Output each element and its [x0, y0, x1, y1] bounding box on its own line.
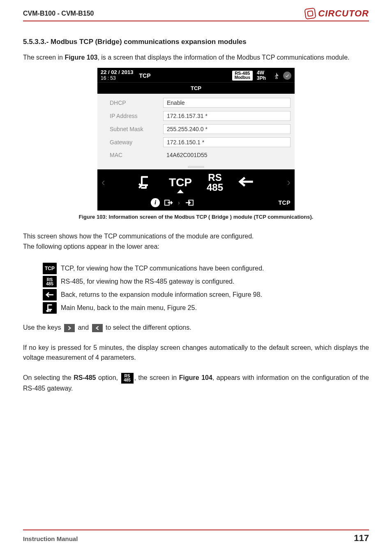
setting-row: IP Address 172.16.157.31 * — [101, 109, 291, 123]
timeout-paragraph: If no key is pressed for 5 minutes, the … — [23, 343, 369, 362]
paragraph: The following options appear in the lowe… — [23, 242, 369, 251]
setting-value[interactable]: 172.16.150.1 * — [163, 137, 291, 147]
t: On selecting the — [23, 374, 74, 381]
footer-chevron-icon: › — [177, 199, 181, 206]
t: Use the keys — [23, 324, 63, 331]
option-back: Back, returns to the expansion module in… — [43, 289, 369, 301]
option-text: Main Menu, back to the main menu, Figure… — [61, 304, 197, 312]
left-key-icon — [92, 324, 103, 332]
setting-value[interactable]: 172.16.157.31 * — [163, 111, 291, 121]
rs485-inline-icon: RS485 — [121, 373, 134, 384]
header-rule — [23, 21, 369, 21]
device-settings-panel: DHCP Enable IP Address 172.16.157.31 * S… — [97, 94, 295, 164]
option-tcp: TCP TCP, for viewing how the TCP communi… — [43, 263, 369, 274]
option-text: TCP, for viewing how the TCP communicati… — [61, 265, 264, 272]
t: , the screen in — [134, 374, 179, 381]
keys-paragraph: Use the keys and to select the different… — [23, 323, 369, 332]
rs485-chip-bottom: Modbus — [235, 76, 250, 80]
footer-tcp-label: TCP — [279, 199, 291, 206]
tcp-icon: TCP — [43, 263, 57, 274]
rs485-icon: RS 485 — [43, 276, 57, 287]
section-heading: 5.5.3.3.- Modbus TCP (Bridge) communicat… — [23, 38, 369, 46]
t: option, — [96, 374, 120, 381]
page-number: 117 — [354, 533, 369, 543]
device-nav-bar: ‹ TCP RS 485 — [97, 169, 295, 196]
device-status-bar: 22 / 02 / 2013 16 : 53 TCP RS-485 Modbus… — [97, 68, 295, 82]
t: . — [195, 304, 196, 311]
rs-bottom: 485 — [46, 282, 53, 286]
usb-icon — [273, 72, 280, 79]
option-text: Back, returns to the expansion module in… — [61, 291, 262, 298]
page-footer: Instruction Manual 117 — [23, 530, 369, 543]
main-menu-icon — [43, 302, 57, 314]
footer-rule — [23, 530, 369, 530]
fig-ref: Figure 104 — [179, 374, 212, 381]
status-date: 22 / 02 / 2013 — [101, 69, 134, 76]
paragraph: This screen shows how the TCP communicat… — [23, 231, 369, 241]
setting-label: DHCP — [101, 99, 163, 106]
device-footer-bar: i › TCP — [97, 196, 295, 210]
setting-row: MAC 14A62C001D55 — [101, 149, 291, 161]
nav-main-menu-button[interactable] — [138, 175, 154, 190]
nav-prev-icon[interactable]: ‹ — [100, 176, 107, 189]
status-time: 16 : 53 — [101, 76, 134, 81]
model-title: CVM-B100 - CVM-B150 — [23, 10, 94, 17]
info-icon[interactable]: i — [151, 198, 160, 207]
setting-row: DHCP Enable — [101, 96, 291, 109]
t: 485 — [124, 378, 131, 382]
device-screenshot: 22 / 02 / 2013 16 : 53 TCP RS-485 Modbus… — [97, 68, 295, 210]
option-text: RS-485, for viewing how the RS-485 gatew… — [61, 278, 234, 285]
rs485-chip-top: RS-485 — [235, 71, 250, 76]
t: . — [261, 291, 262, 298]
output-icon[interactable] — [185, 199, 194, 206]
t: and — [78, 324, 90, 331]
setting-label: Subnet Mask — [101, 126, 163, 132]
intro-pre: The screen in — [23, 54, 65, 61]
wiring-bottom: 3Ph — [257, 76, 266, 81]
intro-paragraph: The screen in Figure 103, is a screen th… — [23, 53, 369, 62]
brand: CIRCUTOR — [305, 8, 369, 19]
fig-ref: Figure 25 — [167, 304, 195, 311]
t: to select the different options. — [106, 324, 191, 331]
t: Main Menu, back to the main menu, — [61, 304, 167, 311]
input-icon[interactable] — [164, 199, 173, 206]
nav-tcp-button[interactable]: TCP — [169, 177, 192, 188]
back-arrow-icon — [238, 175, 254, 189]
right-key-icon — [64, 324, 75, 332]
setting-label: IP Address — [101, 113, 163, 119]
status-tcp-label: TCP — [139, 72, 151, 79]
figure-caption: Figure 103: Information screen of the Mo… — [23, 214, 369, 220]
brand-logo-icon — [304, 7, 316, 19]
setting-value[interactable]: 255.255.240.0 * — [163, 124, 291, 134]
rs-select-paragraph: On selecting the RS-485 option, RS485, t… — [23, 373, 369, 393]
back-icon — [43, 289, 57, 301]
setting-value: 14A62C001D55 — [163, 150, 291, 160]
wiring-mode: 4W 3Ph — [257, 70, 266, 81]
nav-next-icon[interactable]: › — [285, 176, 292, 189]
panel-grip — [97, 164, 295, 169]
main-menu-icon — [138, 175, 154, 189]
setting-label: Gateway — [101, 139, 163, 146]
check-icon — [283, 72, 291, 80]
setting-row: Gateway 172.16.150.1 * — [101, 136, 291, 149]
footer-manual-label: Instruction Manual — [23, 535, 78, 542]
option-rs485: RS 485 RS-485, for viewing how the RS-48… — [43, 276, 369, 287]
wiring-top: 4W — [257, 70, 266, 76]
device-panel-title: TCP — [97, 82, 295, 94]
rs485-chip: RS-485 Modbus — [232, 71, 253, 81]
option-main-menu: Main Menu, back to the main menu, Figure… — [43, 302, 369, 314]
fig-ref: Figure 98 — [233, 291, 261, 298]
t: Back, returns to the expansion module in… — [61, 291, 233, 298]
intro-figure-ref: Figure 103 — [65, 54, 97, 61]
brand-text: CIRCUTOR — [318, 8, 369, 19]
intro-post: , is a screen that displays the informat… — [97, 54, 349, 61]
page-header: CVM-B100 - CVM-B150 CIRCUTOR — [23, 8, 369, 19]
setting-row: Subnet Mask 255.255.240.0 * — [101, 123, 291, 136]
t: RS-485 — [74, 374, 96, 381]
nav-back-button[interactable] — [238, 175, 254, 190]
nav-rs485-button[interactable]: RS 485 — [207, 173, 223, 192]
setting-label: MAC — [101, 152, 163, 158]
setting-value[interactable]: Enable — [163, 98, 291, 108]
